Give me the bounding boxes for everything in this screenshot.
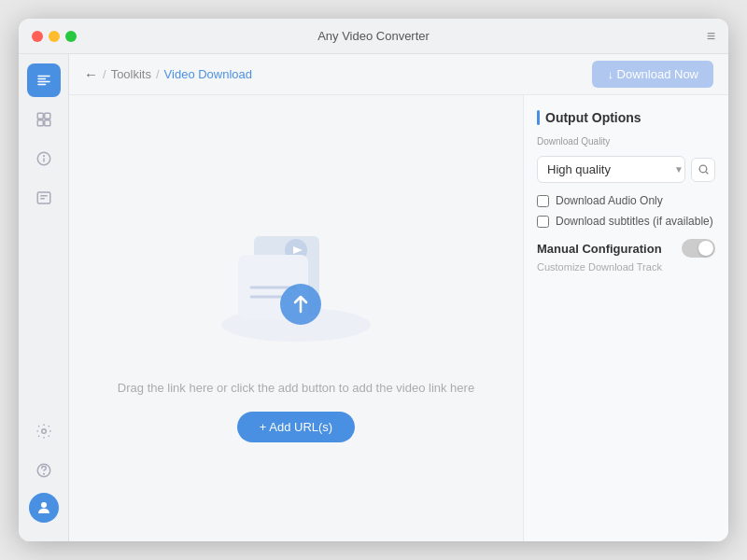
body-row: Drag the link here or click the add butt… bbox=[69, 95, 728, 541]
manual-config-row: Manual Configuration Customize Download … bbox=[537, 239, 715, 273]
panel-title-text: Output Options bbox=[545, 110, 641, 125]
traffic-lights bbox=[32, 31, 77, 42]
quality-select[interactable]: Highest quality High quality Medium qual… bbox=[537, 156, 685, 183]
audio-only-label: Download Audio Only bbox=[556, 194, 663, 207]
sidebar-bottom bbox=[27, 414, 61, 532]
sidebar-item-convert[interactable] bbox=[27, 103, 61, 136]
back-button[interactable]: ← bbox=[84, 66, 98, 82]
svg-rect-3 bbox=[44, 120, 49, 126]
svg-rect-1 bbox=[44, 113, 49, 119]
checkbox-group: Download Audio Only Download subtitles (… bbox=[537, 194, 715, 228]
sidebar-item-tasks[interactable] bbox=[27, 181, 61, 215]
audio-only-checkbox[interactable] bbox=[537, 195, 549, 207]
quality-search-icon[interactable] bbox=[691, 158, 715, 182]
svg-rect-2 bbox=[37, 120, 43, 126]
sidebar-help[interactable] bbox=[27, 454, 61, 487]
panel-title: Output Options bbox=[537, 110, 715, 125]
svg-line-23 bbox=[705, 172, 707, 174]
sidebar-settings[interactable] bbox=[27, 414, 61, 448]
sidebar bbox=[19, 54, 69, 541]
panel-title-bar bbox=[537, 110, 540, 125]
breadcrumb-separator: / bbox=[103, 67, 106, 81]
svg-point-13 bbox=[41, 502, 47, 508]
quality-group: Download Quality Highest quality High qu… bbox=[537, 136, 715, 183]
drop-hint: Drag the link here or click the add butt… bbox=[118, 381, 474, 395]
quality-select-wrapper: Highest quality High quality Medium qual… bbox=[537, 156, 715, 183]
close-button[interactable] bbox=[32, 31, 43, 42]
breadcrumb-parent[interactable]: Toolkits bbox=[111, 67, 151, 81]
manual-config-label: Manual Configuration bbox=[537, 242, 662, 256]
drop-illustration bbox=[203, 194, 389, 362]
menu-icon[interactable]: ≡ bbox=[707, 29, 715, 44]
breadcrumb: ← / Toolkits / Video Download bbox=[84, 66, 585, 82]
manual-config-sub: Customize Download Track bbox=[537, 261, 715, 273]
svg-point-22 bbox=[699, 165, 707, 173]
sidebar-item-home[interactable] bbox=[27, 63, 61, 97]
download-now-button[interactable]: ↓ Download Now bbox=[592, 61, 713, 88]
subtitles-row[interactable]: Download subtitles (if available) bbox=[537, 215, 715, 228]
avatar[interactable] bbox=[29, 493, 59, 523]
manual-config-toggle[interactable] bbox=[682, 239, 715, 258]
breadcrumb-current: Video Download bbox=[164, 67, 252, 81]
breadcrumb-separator2: / bbox=[156, 67, 160, 81]
title-bar: Any Video Converter ≡ bbox=[19, 19, 728, 54]
quality-label: Download Quality bbox=[537, 136, 715, 147]
right-panel: Output Options Download Quality Highest … bbox=[523, 95, 728, 541]
audio-only-row[interactable]: Download Audio Only bbox=[537, 194, 715, 207]
main-area: ← / Toolkits / Video Download ↓ Download… bbox=[69, 54, 728, 541]
sidebar-item-info[interactable] bbox=[27, 142, 61, 175]
toolbar: ← / Toolkits / Video Download ↓ Download… bbox=[69, 54, 728, 95]
svg-point-10 bbox=[41, 429, 46, 434]
left-content: Drag the link here or click the add butt… bbox=[69, 95, 523, 541]
window-title: Any Video Converter bbox=[317, 29, 430, 43]
svg-rect-0 bbox=[37, 113, 43, 119]
subtitles-checkbox[interactable] bbox=[537, 216, 549, 228]
maximize-button[interactable] bbox=[65, 31, 77, 42]
manual-config-header: Manual Configuration bbox=[537, 239, 715, 258]
app-window: Any Video Converter ≡ bbox=[19, 19, 728, 541]
minimize-button[interactable] bbox=[49, 31, 60, 42]
subtitles-label: Download subtitles (if available) bbox=[556, 215, 713, 228]
add-url-button[interactable]: + Add URL(s) bbox=[237, 412, 355, 442]
svg-point-12 bbox=[43, 473, 44, 474]
content-area: ← / Toolkits / Video Download ↓ Download… bbox=[19, 54, 728, 541]
